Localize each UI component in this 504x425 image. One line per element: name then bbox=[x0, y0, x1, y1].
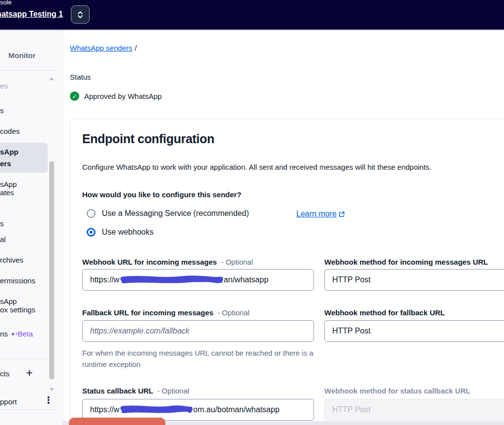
sidebar-item-permissions[interactable]: ermissions bbox=[0, 276, 35, 285]
fallback-url-placeholder: https://example.com/fallback bbox=[90, 327, 189, 335]
card-description: Configure WhatsApp to work with your app… bbox=[82, 163, 432, 171]
radio-row-messaging-service: Use a Messaging Service (recommended) Le… bbox=[87, 209, 249, 218]
configure-question: How would you like to configure this sen… bbox=[82, 190, 241, 199]
radio-messaging-service-label[interactable]: Use a Messaging Service (recommended) bbox=[102, 209, 249, 218]
sidebar-item-1[interactable]: s bbox=[0, 106, 4, 115]
fallback-url-input[interactable]: https://example.com/fallback bbox=[82, 320, 314, 342]
sidebar-item-sandbox-settings[interactable]: sApp ox settings bbox=[0, 297, 35, 314]
external-link-icon bbox=[339, 211, 345, 217]
radio-row-use-webhooks: Use webhooks bbox=[87, 228, 154, 237]
add-products-icon[interactable]: + bbox=[26, 366, 32, 380]
radio-use-webhooks-label[interactable]: Use webhooks bbox=[102, 228, 154, 237]
status-row: ✓ Approved by WhatsApp bbox=[70, 91, 162, 101]
sidebar-item-beta[interactable]: ns✦ˣBeta bbox=[0, 330, 33, 338]
account-switcher-button[interactable] bbox=[71, 5, 90, 24]
sidebar-divider bbox=[0, 359, 56, 359]
sidebar-item-archives[interactable]: rchives bbox=[0, 256, 24, 264]
sidebar-item-products[interactable]: cts bbox=[0, 369, 9, 378]
fallback-url-help-text: For when the incoming messages URL canno… bbox=[82, 347, 319, 370]
fallback-method-select[interactable]: HTTP Post bbox=[324, 320, 504, 342]
sidebar-nav: Monitor es s codes sApp ers sApp ates s … bbox=[0, 30, 63, 425]
sidebar-item-5[interactable]: s bbox=[0, 219, 4, 228]
radio-messaging-service[interactable] bbox=[87, 209, 95, 218]
redaction-scribble bbox=[120, 274, 223, 285]
floating-widget[interactable] bbox=[69, 418, 165, 425]
top-nav-bar: sole Whatsapp Testing 1 bbox=[0, 0, 504, 30]
status-callback-method-select: HTTP Post bbox=[324, 399, 504, 421]
sidebar-item-whatsapp-senders[interactable]: sApp ers bbox=[0, 143, 48, 173]
sidebar-item-support[interactable]: pport bbox=[0, 397, 17, 406]
status-callback-url-label: Status callback URL - Optional bbox=[82, 387, 314, 395]
status-heading: Status bbox=[70, 73, 91, 81]
approved-check-icon: ✓ bbox=[70, 91, 79, 101]
breadcrumb-whatsapp-senders-link[interactable]: WhatsApp senders bbox=[70, 44, 132, 52]
card-title: Endpoint configuration bbox=[82, 132, 214, 146]
beta-badge: Beta bbox=[18, 330, 33, 338]
account-name-link[interactable]: Whatsapp Testing 1 bbox=[0, 10, 63, 19]
breadcrumb-separator: / bbox=[135, 44, 137, 52]
chevron-up-down-icon bbox=[77, 10, 84, 19]
fallback-method-label: Webhook method for fallback URL bbox=[324, 308, 504, 317]
webhook-url-label: Webhook URL for incoming messages - Opti… bbox=[82, 258, 314, 266]
status-callback-method-label: Webhook method for status callback URL bbox=[324, 387, 504, 395]
sidebar-item-6[interactable]: al bbox=[0, 235, 6, 243]
tab-monitor[interactable]: Monitor bbox=[8, 51, 35, 60]
sidebar-divider bbox=[0, 409, 56, 410]
sparkle-icon: ✦ˣ bbox=[10, 331, 18, 338]
endpoint-configuration-card: Endpoint configuration Configure WhatsAp… bbox=[70, 119, 504, 425]
webhook-method-select[interactable]: HTTP Post bbox=[324, 269, 504, 291]
console-label: sole bbox=[0, 0, 12, 6]
radio-use-webhooks[interactable] bbox=[87, 228, 95, 237]
webhook-method-label: Webhook method for incoming messages URL bbox=[324, 258, 504, 266]
learn-more-link[interactable]: Learn more bbox=[296, 210, 345, 218]
status-value: Approved by WhatsApp bbox=[84, 92, 162, 100]
sidebar-item-2[interactable]: codes bbox=[0, 127, 20, 135]
kebab-menu-icon[interactable]: ⋮ bbox=[44, 395, 53, 406]
sidebar-item-whatsapp-templates[interactable]: sApp ates bbox=[0, 180, 17, 197]
fallback-url-label: Fallback URL for incoming messages - Opt… bbox=[82, 308, 314, 317]
scrollbar-up-icon[interactable] bbox=[49, 77, 54, 80]
redaction-scribble bbox=[120, 404, 193, 415]
scrollbar-down-icon[interactable] bbox=[49, 388, 54, 391]
sidebar-item-0[interactable]: es bbox=[0, 82, 8, 90]
sidebar-divider bbox=[0, 70, 56, 71]
breadcrumb: WhatsApp senders/ bbox=[70, 44, 137, 52]
webhook-url-input[interactable]: https://w an/whatsapp bbox=[82, 269, 314, 291]
sidebar-scrollbar-thumb[interactable] bbox=[49, 161, 54, 379]
